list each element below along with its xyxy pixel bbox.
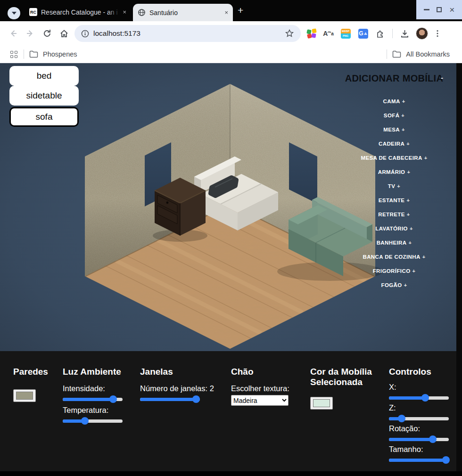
folder-icon [28,49,39,60]
reload-icon[interactable] [41,28,53,39]
window-close-button[interactable]: × [449,5,454,14]
add-icon[interactable]: + [409,240,412,246]
window-count-slider[interactable] [140,395,200,403]
kebab-menu-icon[interactable] [432,28,443,39]
object-button-bed[interactable]: bed [9,66,79,86]
menu-item-banca-de-cozinha[interactable]: BANCA DE COZINHA+ [341,250,447,264]
windows-group: Janelas Número de janelas: 2 [140,367,214,403]
menu-item-fogao[interactable]: FOGÃO+ [341,278,447,292]
menu-item-cama[interactable]: CAMA+ [341,94,447,108]
z-slider[interactable] [389,415,449,422]
menu-item-mesa-de-cabeceira[interactable]: MESA DE CABECEIRA+ [341,151,447,165]
menu-item-cadeira[interactable]: CADEIRA+ [341,137,447,151]
add-icon[interactable]: + [404,282,407,288]
tab-close-icon[interactable]: × [222,9,233,16]
bookmark-star-icon[interactable] [285,29,294,38]
tab-title: Research Catalogue - an i [41,8,120,16]
bookmark-folder-phospenes[interactable]: Phospenes [43,50,77,58]
wall-color-picker[interactable] [13,389,36,402]
furniture-color-picker[interactable] [310,397,333,410]
intensity-label: Intensidade: [63,384,123,393]
home-icon[interactable] [58,28,70,39]
new-tab-button[interactable]: + [238,5,243,16]
back-icon[interactable] [8,28,19,39]
menu-item-lavatorio[interactable]: LAVATÓRIO+ [341,222,447,236]
rotation-slider[interactable] [389,435,449,443]
add-icon[interactable]: + [406,141,410,147]
menu-item-estante[interactable]: ESTANTE+ [341,193,447,207]
add-icon[interactable]: + [410,226,413,231]
x-slider[interactable] [389,394,449,402]
address-bar[interactable]: localhost:5173 [74,25,301,42]
tab-close-icon[interactable]: × [120,8,131,16]
tab-santuario[interactable]: Santuário × [133,4,233,21]
translate-extension-icon[interactable]: G [357,28,369,39]
add-icon[interactable]: + [424,155,428,161]
rc-favicon: RC [29,8,37,16]
slider-thumb[interactable] [442,456,450,464]
slider-thumb[interactable] [109,395,117,403]
add-icon[interactable]: + [397,183,400,189]
texture-label: Escolher textura: [231,384,289,393]
profile-avatar[interactable] [416,27,428,40]
object-button-sofa[interactable]: sofa [9,107,79,127]
menu-item-frigorifico[interactable]: FRIGORÍFICO+ [341,264,447,278]
slider-thumb[interactable] [192,395,200,403]
extensions-puzzle-icon[interactable] [375,28,386,39]
add-icon[interactable]: + [412,268,415,274]
color-extension-icon[interactable] [307,29,316,38]
slider-thumb[interactable] [429,435,437,443]
menu-item-sofa[interactable]: SOFÁ+ [341,108,447,123]
temperature-label: Temperatura: [63,406,123,415]
floor-title: Chão [231,367,289,377]
rotation-label: Rotação: [389,424,449,433]
sidetable-3d[interactable] [153,178,207,242]
apps-grid-icon[interactable] [10,51,17,58]
add-icon[interactable]: + [402,127,405,132]
webp-png-extension-icon[interactable]: WEBPPNG [340,28,351,39]
slider-thumb[interactable] [81,417,89,425]
menu-item-retrete[interactable]: RETRETE+ [341,207,447,222]
add-icon[interactable]: + [407,212,410,217]
add-icon[interactable]: + [401,113,404,118]
walls-title: Paredes [13,367,48,377]
font-changer-extension-icon[interactable]: Aa [322,28,334,39]
z-label: Z: [389,403,449,412]
floor-texture-select[interactable]: Madeira [231,395,289,406]
add-icon[interactable]: + [406,197,410,203]
downloads-icon[interactable] [399,28,410,39]
scrollbar-track[interactable] [456,63,462,471]
menu-item-mesa[interactable]: MESA+ [341,123,447,137]
menu-item-banheira[interactable]: BANHEIRA+ [341,236,447,250]
object-button-sidetable[interactable]: sidetable [9,86,79,106]
bookmarks-divider-right [387,49,387,59]
ambient-light-group: Luz Ambiente Intensidade: Temperatura: [63,367,123,427]
temperature-slider[interactable] [63,417,123,425]
slider-thumb[interactable] [398,415,405,422]
tab-search-button[interactable] [8,7,20,19]
tab-strip: RC Research Catalogue - an i × Santuário… [0,0,462,21]
window-maximize-button[interactable] [437,7,442,12]
tab-research-catalogue[interactable]: RC Research Catalogue - an i × [25,4,131,20]
browser-toolbar: localhost:5173 Aa WEBPPNG G [0,21,462,46]
intensity-slider[interactable] [63,395,123,403]
add-icon[interactable]: + [402,98,405,104]
add-icon[interactable]: + [422,254,426,260]
menu-item-armario[interactable]: ARMÁRIO+ [341,165,447,179]
bookmarks-bar: Phospenes All Bookmarks [0,46,462,63]
object-controls-group: Controlos X: Z: Rotação: Tamanho: [389,367,449,464]
forward-icon[interactable] [25,28,36,39]
add-icon[interactable]: + [407,169,410,175]
size-slider[interactable] [389,456,449,464]
add-furniture-menu: ADICIONAR MOBÍLIA CAMA+ SOFÁ+ MESA+ CADE… [341,73,447,292]
site-info-icon[interactable] [81,30,89,38]
page-content: bed sidetable sofa ADICIONAR MOBÍLIA CAM… [0,63,456,351]
menu-collapse-button[interactable]: - [441,74,443,82]
placed-objects-list: bed sidetable sofa [9,66,79,127]
all-bookmarks-button[interactable]: All Bookmarks [406,50,450,58]
menu-items: CAMA+ SOFÁ+ MESA+ CADEIRA+ MESA DE CABEC… [341,94,447,292]
menu-item-tv[interactable]: TV+ [341,179,447,193]
slider-thumb[interactable] [421,394,429,402]
window-minimize-button[interactable] [424,9,429,10]
url-text[interactable]: localhost:5173 [93,29,140,38]
